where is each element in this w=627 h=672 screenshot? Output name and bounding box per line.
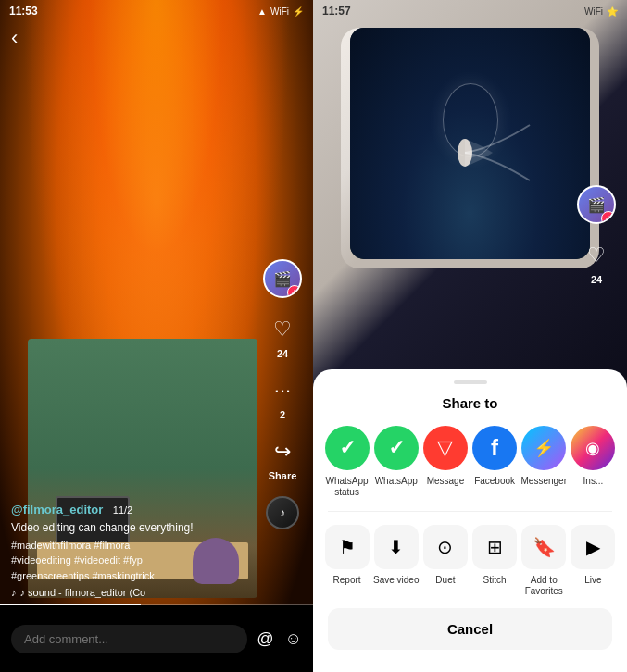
status-bar-left: 11:53 ▲ WiFi ⚡ bbox=[0, 0, 313, 22]
mention-icon[interactable]: @ bbox=[257, 629, 273, 649]
caption: Video editing can change everything! bbox=[11, 520, 257, 536]
duet-icon: ⊙ bbox=[423, 525, 468, 569]
whatsapp-status-label: WhatsApp status bbox=[322, 476, 371, 498]
comment-bar: @ ☺ bbox=[0, 605, 313, 672]
share-item-whatsapp-status[interactable]: ✓ WhatsApp status bbox=[322, 426, 371, 498]
action-buttons-right: 🎬 + ♡ 24 bbox=[577, 185, 616, 285]
share-button-left[interactable]: ↪ bbox=[266, 435, 299, 468]
like-count: 24 bbox=[277, 348, 288, 359]
facebook-icon: f bbox=[472, 426, 517, 470]
emoji-icon[interactable]: ☺ bbox=[285, 629, 302, 649]
status-icons-right: WiFi ⭐ bbox=[584, 6, 618, 17]
time-right: 11:57 bbox=[322, 5, 351, 18]
stitch-icon: ⊞ bbox=[472, 525, 517, 569]
share-title: Share to bbox=[313, 395, 627, 411]
message-label: Message bbox=[427, 476, 465, 487]
wifi-icon-right: WiFi bbox=[584, 6, 603, 17]
follow-button[interactable]: + bbox=[287, 285, 302, 298]
favorites-label: Add to Favorites bbox=[520, 575, 569, 597]
music-note-icon: ♪ bbox=[11, 587, 17, 598]
action-buttons-left: 🎬 + ♡ 24 ··· 2 ↪ Share ♪ bbox=[263, 259, 302, 529]
stitch-label: Stitch bbox=[483, 575, 507, 586]
share-action-favorites[interactable]: 🔖 Add to Favorites bbox=[520, 525, 569, 597]
report-icon: ⚑ bbox=[325, 525, 370, 569]
phone-screen bbox=[350, 28, 590, 259]
share-wrapper: ↪ Share bbox=[266, 435, 299, 481]
left-panel: 11:53 ▲ WiFi ⚡ ‹ 🎬 + ♡ 24 ··· 2 ↪ Share … bbox=[0, 0, 313, 672]
hashtags: #madewithfilmora #filmora #videoediting … bbox=[11, 538, 257, 584]
like-button-right[interactable]: ♡ bbox=[580, 239, 613, 272]
follow-button-right[interactable]: + bbox=[601, 211, 616, 224]
share-action-report[interactable]: ⚑ Report bbox=[322, 525, 371, 597]
bottom-info: @filmora_editor 11/2 Video editing can c… bbox=[11, 501, 257, 598]
duet-label: Duet bbox=[435, 575, 455, 586]
modal-handle bbox=[454, 380, 487, 384]
share-item-facebook[interactable]: f Facebook bbox=[470, 426, 520, 498]
like-button[interactable]: ♡ bbox=[266, 313, 299, 346]
share-action-live[interactable]: ▶ Live bbox=[569, 525, 618, 597]
date-tag: 11/2 bbox=[113, 504, 132, 516]
whatsapp-label: WhatsApp bbox=[375, 476, 418, 487]
creator-avatar[interactable]: 🎬 + bbox=[263, 259, 302, 298]
share-item-whatsapp[interactable]: ✓ WhatsApp bbox=[371, 426, 420, 498]
comment-count: 2 bbox=[280, 409, 285, 420]
favorites-icon: 🔖 bbox=[521, 525, 566, 569]
username-row: @filmora_editor 11/2 bbox=[11, 501, 257, 517]
battery-icon: ⚡ bbox=[293, 6, 304, 17]
message-icon: ▽ bbox=[423, 426, 468, 470]
facebook-label: Facebook bbox=[474, 476, 515, 487]
instagram-label: Ins... bbox=[583, 476, 604, 487]
instagram-icon: ◉ bbox=[571, 426, 615, 470]
right-panel: 11:57 WiFi ⭐ 🎬 + ♡ 24 Share to ✓ WhatsAp… bbox=[313, 0, 627, 672]
signal-icon: ▲ bbox=[257, 6, 267, 17]
like-count-right: 24 bbox=[591, 274, 602, 285]
back-button[interactable]: ‹ bbox=[11, 26, 18, 50]
share-item-instagram[interactable]: ◉ Ins... bbox=[569, 426, 618, 498]
sound-text: ♪ sound - filmora_editor (Co bbox=[20, 587, 146, 598]
share-item-messenger[interactable]: ⚡ Messenger bbox=[520, 426, 569, 498]
time-left: 11:53 bbox=[9, 5, 38, 18]
comment-input[interactable] bbox=[11, 625, 247, 653]
star-icon-right: ⭐ bbox=[607, 6, 618, 17]
share-action-duet[interactable]: ⊙ Duet bbox=[420, 525, 470, 597]
sound-info: ♪ ♪ sound - filmora_editor (Co bbox=[11, 587, 257, 598]
share-action-save[interactable]: ⬇ Save video bbox=[371, 525, 420, 597]
report-label: Report bbox=[333, 575, 361, 586]
cancel-button[interactable]: Cancel bbox=[328, 608, 612, 650]
share-divider bbox=[328, 511, 612, 512]
save-icon: ⬇ bbox=[374, 525, 419, 569]
comment-wrapper: ··· 2 bbox=[266, 374, 299, 420]
boat-svg bbox=[446, 97, 539, 208]
messenger-icon: ⚡ bbox=[521, 426, 566, 470]
live-label: Live bbox=[584, 575, 601, 586]
share-action-stitch[interactable]: ⊞ Stitch bbox=[470, 525, 520, 597]
like-wrapper: ♡ 24 bbox=[266, 313, 299, 359]
whatsapp-status-icon: ✓ bbox=[325, 426, 370, 470]
share-modal: Share to ✓ WhatsApp status ✓ WhatsApp ▽ … bbox=[313, 369, 627, 672]
creator-avatar-right[interactable]: 🎬 + bbox=[577, 185, 616, 224]
like-wrapper-right: ♡ 24 bbox=[580, 239, 613, 285]
music-disc[interactable]: ♪ bbox=[266, 496, 299, 529]
messenger-label: Messenger bbox=[521, 476, 567, 487]
wifi-icon: WiFi bbox=[270, 6, 289, 17]
save-label: Save video bbox=[373, 575, 419, 586]
phone-mockup bbox=[341, 28, 599, 268]
status-bar-right: 11:57 WiFi ⭐ bbox=[313, 0, 627, 22]
comment-icons: @ ☺ bbox=[257, 629, 302, 649]
comment-button[interactable]: ··· bbox=[266, 374, 299, 407]
share-actions-row: ⚑ Report ⬇ Save video ⊙ Duet ⊞ St bbox=[313, 525, 627, 597]
share-item-message[interactable]: ▽ Message bbox=[420, 426, 470, 498]
share-label: Share bbox=[269, 470, 297, 481]
username: @filmora_editor bbox=[11, 503, 103, 516]
status-icons-left: ▲ WiFi ⚡ bbox=[257, 6, 304, 17]
share-items-row: ✓ WhatsApp status ✓ WhatsApp ▽ Message f bbox=[313, 426, 627, 498]
live-icon: ▶ bbox=[571, 525, 615, 569]
whatsapp-icon: ✓ bbox=[374, 426, 419, 470]
